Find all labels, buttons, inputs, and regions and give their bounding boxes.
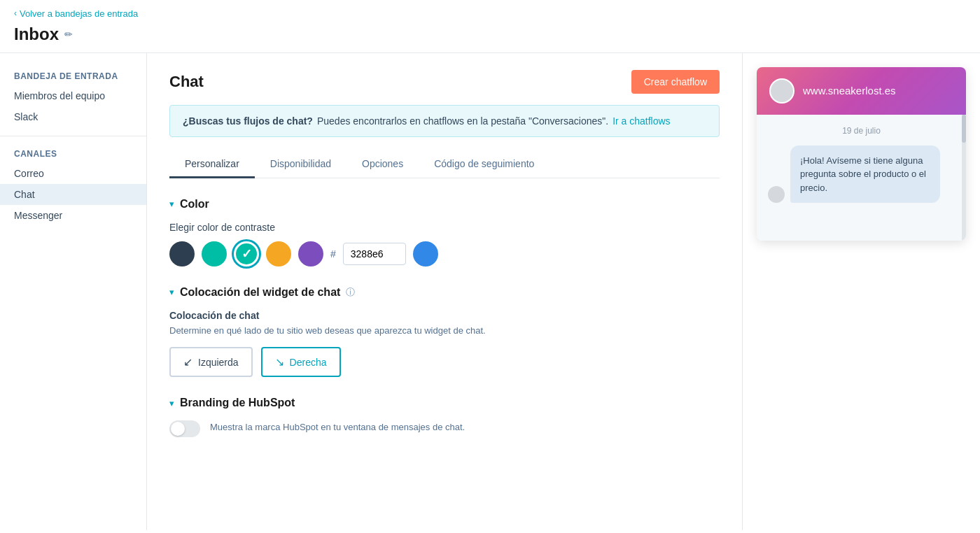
branding-row: Muestra la marca HubSpot en tu ventana d… <box>169 420 720 437</box>
branding-section-header[interactable]: ▾ Branding de HubSpot <box>169 397 720 409</box>
color-swatch-teal[interactable] <box>202 241 227 266</box>
back-arrow-icon: ‹ <box>14 8 17 18</box>
widget-sub-title: Colocación de chat <box>169 310 720 321</box>
branding-section-title: Branding de HubSpot <box>180 397 295 409</box>
placement-row: ↙ Izquierda ↘ Derecha <box>169 347 720 377</box>
sidebar: Bandeja de entrada Miembros del equipo S… <box>0 53 147 530</box>
color-subtitle: Elegir color de contraste <box>169 222 720 233</box>
toggle-thumb <box>171 422 185 436</box>
widget-description: Determine en qué lado de tu sitio web de… <box>169 324 720 338</box>
sidebar-item-slack[interactable]: Slack <box>0 106 146 127</box>
placement-right-button[interactable]: ↘ Derecha <box>261 347 341 377</box>
chat-message-row: ¡Hola! Avíseme si tiene alguna pregunta … <box>768 145 955 204</box>
widget-toggle-icon: ▾ <box>169 287 174 297</box>
color-hash-symbol: # <box>330 248 336 260</box>
sidebar-item-team-members[interactable]: Miembros del equipo <box>0 85 146 106</box>
color-swatch-orange[interactable] <box>266 241 291 266</box>
content-title: Chat <box>169 73 204 91</box>
banner-link[interactable]: Ir a chatflows <box>612 115 670 127</box>
color-swatch-dark[interactable] <box>169 241 195 266</box>
color-toggle-icon: ▾ <box>169 199 174 209</box>
placement-right-icon: ↘ <box>275 355 284 369</box>
preview-panel: www.sneakerlost.es 19 de julio ¡Hola! Av… <box>742 53 980 530</box>
chat-avatar <box>769 78 794 104</box>
chat-message-bubble: ¡Hola! Avíseme si tiene alguna pregunta … <box>790 145 940 204</box>
tabs: Personalizar Disponibilidad Opciones Cód… <box>169 151 720 178</box>
widget-section-header[interactable]: ▾ Colocación del widget de chat ⓘ <box>169 286 720 299</box>
branding-section: ▾ Branding de HubSpot Muestra la marca H… <box>169 397 720 437</box>
scrollbar-thumb[interactable] <box>962 115 966 143</box>
chat-header: www.sneakerlost.es <box>757 67 966 115</box>
chat-body: 19 de julio ¡Hola! Avíseme si tiene algu… <box>757 115 966 241</box>
placement-left-label: Izquierda <box>198 357 239 368</box>
banner-question: ¿Buscas tus flujos de chat? <box>183 115 313 127</box>
scrollbar-track <box>962 115 966 241</box>
sidebar-section-channels: Canales <box>0 145 146 163</box>
tab-codigo[interactable]: Código de seguimiento <box>419 151 550 178</box>
color-section: ▾ Color Elegir color de contraste ✓ # <box>169 198 720 266</box>
back-link-text: Volver a bandejas de entrada <box>20 8 138 19</box>
edit-icon[interactable]: ✏ <box>64 29 73 40</box>
widget-info-icon[interactable]: ⓘ <box>346 286 355 299</box>
sidebar-item-messenger[interactable]: Messenger <box>0 205 146 226</box>
chat-domain: www.sneakerlost.es <box>803 85 896 97</box>
color-swatch-selected[interactable]: ✓ <box>234 241 259 266</box>
branding-description: Muestra la marca HubSpot en tu ventana d… <box>210 420 465 434</box>
color-preview-swatch[interactable] <box>413 241 438 266</box>
branding-toggle-icon: ▾ <box>169 398 174 408</box>
sidebar-item-correo[interactable]: Correo <box>0 163 146 184</box>
chat-preview: www.sneakerlost.es 19 de julio ¡Hola! Av… <box>757 67 966 241</box>
page-title: Inbox <box>14 24 59 44</box>
widget-section-title: Colocación del widget de chat <box>180 286 340 299</box>
back-link[interactable]: ‹ Volver a bandejas de entrada <box>14 8 138 19</box>
info-banner: ¿Buscas tus flujos de chat? Puedes encon… <box>169 105 720 137</box>
color-row: ✓ # <box>169 241 720 266</box>
banner-description: Puedes encontrarlos en chatflows en la p… <box>317 115 608 127</box>
placement-left-button[interactable]: ↙ Izquierda <box>169 347 253 377</box>
tab-disponibilidad[interactable]: Disponibilidad <box>255 151 346 178</box>
main-content: Chat Crear chatflow ¿Buscas tus flujos d… <box>147 53 742 530</box>
widget-placement-section: ▾ Colocación del widget de chat ⓘ Coloca… <box>169 286 720 378</box>
placement-right-label: Derecha <box>290 357 327 368</box>
chat-msg-avatar <box>768 186 785 203</box>
color-swatch-purple[interactable] <box>298 241 323 266</box>
branding-toggle[interactable] <box>169 420 200 437</box>
placement-left-icon: ↙ <box>183 355 192 369</box>
color-section-header[interactable]: ▾ Color <box>169 198 720 211</box>
create-chatflow-button[interactable]: Crear chatflow <box>631 70 720 94</box>
color-section-title: Color <box>180 198 209 211</box>
tab-personalizar[interactable]: Personalizar <box>169 151 255 178</box>
chat-date: 19 de julio <box>768 126 955 136</box>
avatar-image <box>771 80 793 102</box>
color-hex-input[interactable] <box>343 243 406 265</box>
sidebar-item-chat[interactable]: Chat <box>0 184 146 205</box>
tab-opciones[interactable]: Opciones <box>346 151 419 178</box>
sidebar-section-inbox: Bandeja de entrada <box>0 67 146 85</box>
